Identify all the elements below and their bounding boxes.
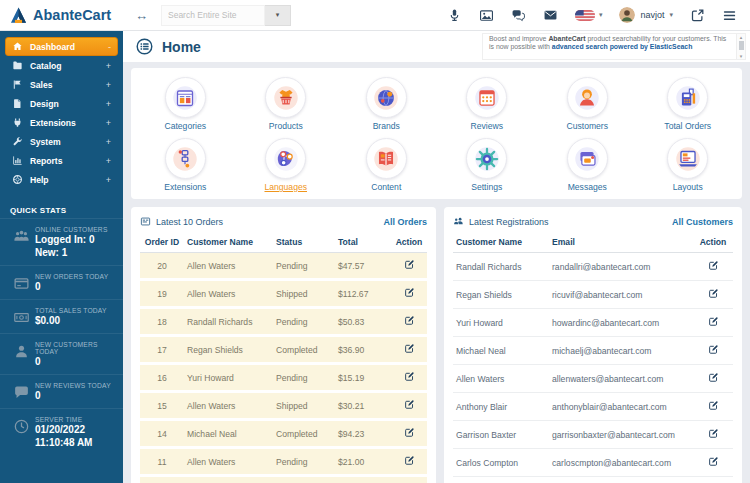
abantecart-admin-dashboard: AbanteCart ↔ ▾ ▾ navjot ▾	[0, 0, 750, 483]
search-input[interactable]	[161, 5, 265, 26]
edit-order-button[interactable]	[404, 259, 415, 270]
edit-customer-button[interactable]	[708, 260, 719, 271]
tile-total-orders[interactable]: Total Orders	[638, 77, 739, 131]
registration-email: howardinc@abantecart.com	[549, 309, 693, 337]
flagmark-icon	[12, 79, 23, 90]
order-row: 18 Randall Richards Pending $50.83	[140, 308, 427, 336]
order-customer-name: Regan Shields	[184, 336, 273, 364]
money-icon	[8, 307, 35, 326]
us-flag-icon	[575, 10, 595, 21]
registrations-table: Customer Name Email Action Randall Richa…	[453, 232, 733, 483]
order-status: Pending	[273, 253, 335, 280]
menu-toggle-icon[interactable]	[722, 8, 737, 23]
order-row: 16 Yuri Howard Pending $15.19	[140, 364, 427, 392]
top-bar: AbanteCart ↔ ▾ ▾ navjot ▾	[0, 0, 750, 31]
tile-brands[interactable]: Brands	[336, 77, 437, 131]
quick-stat: TOTAL SALES TODAY $0.00	[0, 299, 123, 333]
scroll-down-icon[interactable]: ▾	[740, 53, 743, 59]
search-scope-dropdown[interactable]: ▾	[265, 5, 291, 26]
order-id: 13	[140, 476, 184, 483]
all-customers-link[interactable]: All Customers	[672, 217, 733, 227]
edit-order-button[interactable]	[404, 343, 415, 354]
sidebar-collapse-arrow-icon[interactable]: ↔	[135, 8, 148, 23]
sidebar-item-sales[interactable]: Sales +	[5, 75, 118, 94]
microphone-icon[interactable]	[447, 8, 462, 23]
quick-stat: NEW CUSTOMERS TODAY 0	[0, 333, 123, 374]
order-total: $94.23	[335, 420, 391, 448]
tile-customers[interactable]: Customers	[537, 77, 638, 131]
edit-customer-button[interactable]	[708, 428, 719, 439]
edit-customer-button[interactable]	[708, 372, 719, 383]
sidebar-item-system[interactable]: System +	[5, 132, 118, 151]
order-customer-name: Allen Waters	[184, 448, 273, 476]
edit-order-button[interactable]	[404, 371, 415, 382]
tile-languages[interactable]: Languages	[236, 138, 337, 192]
stat-value: New: 1	[35, 246, 108, 259]
sidebar-item-dashboard[interactable]: Dashboard -	[5, 37, 118, 56]
edit-customer-button[interactable]	[708, 344, 719, 355]
order-row: 17 Regan Shields Completed $36.90	[140, 336, 427, 364]
registration-row: Anthony Blair anthonyblair@abantecart.co…	[453, 393, 733, 421]
brand-logo[interactable]: AbanteCart	[0, 6, 123, 25]
tile-messages[interactable]: Messages	[537, 138, 638, 192]
tile-label: Extensions	[164, 182, 206, 192]
sidebar-item-extensions[interactable]: Extensions +	[5, 113, 118, 132]
chart-icon	[12, 155, 23, 166]
tile-label: Settings	[471, 182, 502, 192]
column-header: Total	[335, 232, 391, 253]
registration-row: Bruce Rosarini brucerosarini@abantecart.…	[453, 477, 733, 483]
tile-content[interactable]: Content	[336, 138, 437, 192]
tile-categories[interactable]: Categories	[135, 77, 236, 131]
page-header: Home Boost and improve AbanteCart produc…	[123, 31, 750, 62]
sidebar-item-reports[interactable]: Reports +	[5, 151, 118, 170]
registration-customer-name: Yuri Howard	[453, 309, 549, 337]
order-status: Completed	[273, 420, 335, 448]
sidebar-item-design[interactable]: Design +	[5, 94, 118, 113]
scroll-thumb[interactable]	[739, 41, 744, 50]
edit-order-button[interactable]	[404, 455, 415, 466]
tile-reviews[interactable]: Reviews	[437, 77, 538, 131]
user-menu[interactable]: navjot ▾	[619, 7, 673, 23]
tile-layouts[interactable]: Layouts	[638, 138, 739, 192]
sidebar-item-catalog[interactable]: Catalog +	[5, 56, 118, 75]
chevron-down-icon: ▾	[669, 11, 673, 19]
languages-icon	[265, 138, 306, 179]
sidebar-item-label: System	[30, 137, 61, 147]
media-icon[interactable]	[479, 8, 494, 23]
page-title: Home	[162, 39, 201, 55]
edit-order-button[interactable]	[404, 399, 415, 410]
registration-customer-name: Garrison Baxter	[453, 421, 549, 449]
shortcut-tiles-panel: Categories Products Brands Reviews Custo…	[131, 68, 742, 199]
edit-order-button[interactable]	[404, 287, 415, 298]
mail-icon[interactable]	[543, 8, 558, 23]
edit-customer-button[interactable]	[708, 288, 719, 299]
order-row: 11 Allen Waters Pending $21.00	[140, 448, 427, 476]
order-id: 19	[140, 280, 184, 308]
user-icon	[8, 341, 35, 360]
sidebar-item-help[interactable]: Help +	[5, 170, 118, 189]
edit-customer-button[interactable]	[708, 316, 719, 327]
main-content: Home Boost and improve AbanteCart produc…	[123, 31, 750, 483]
settings-icon	[466, 138, 507, 179]
menu-circle-icon[interactable]	[135, 37, 154, 56]
messages-icon[interactable]	[511, 8, 526, 23]
storefront-link-icon[interactable]	[690, 8, 705, 23]
edit-order-button[interactable]	[404, 315, 415, 326]
notification-link[interactable]: advanced search powered by ElasticSeach	[552, 43, 693, 50]
language-selector[interactable]: ▾	[575, 10, 603, 21]
tile-settings[interactable]: Settings	[437, 138, 538, 192]
edit-order-button[interactable]	[404, 427, 415, 438]
latest-orders-panel: Latest 10 Orders All Orders Order ID Cus…	[131, 207, 436, 483]
plug-icon	[12, 117, 23, 128]
registration-customer-name: Bruce Rosarini	[453, 477, 549, 483]
notification-text: Boost and improve AbanteCart product sea…	[483, 34, 736, 59]
order-id: 11	[140, 448, 184, 476]
all-orders-link[interactable]: All Orders	[383, 217, 427, 227]
edit-customer-button[interactable]	[708, 456, 719, 467]
notification-scrollbar[interactable]: ▴ ▾	[736, 34, 745, 59]
edit-customer-button[interactable]	[708, 400, 719, 411]
wrench-icon	[12, 136, 23, 147]
tile-extensions[interactable]: Extensions	[135, 138, 236, 192]
tile-products[interactable]: Products	[236, 77, 337, 131]
stat-label: TOTAL SALES TODAY	[35, 307, 107, 314]
